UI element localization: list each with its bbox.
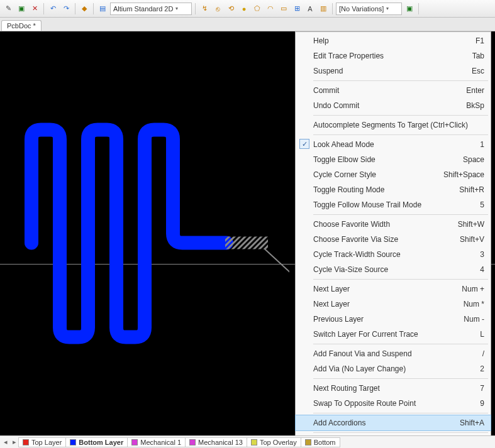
layers-icon[interactable]: ▤ <box>97 3 108 14</box>
route-icon[interactable]: ↯ <box>199 3 210 14</box>
menu-item-commit[interactable]: CommitEnter <box>296 83 491 98</box>
menu-item-next-layer-1[interactable]: Next LayerNum + <box>296 281 491 297</box>
menu-separator <box>313 378 488 379</box>
menu-item-label: Cycle Track-Width Source <box>313 250 472 259</box>
layer-tab-bottom-layer[interactable]: Bottom Layer <box>65 437 128 447</box>
undo-icon[interactable]: ↶ <box>47 3 58 14</box>
menu-item-label: Previous Layer <box>313 315 456 324</box>
menu-item-cycle-via[interactable]: Cycle Via-Size Source4 <box>296 262 491 277</box>
tool-icon[interactable]: ✕ <box>29 3 40 14</box>
chip-icon[interactable]: ▣ <box>404 3 415 14</box>
layer-tab-label: Bottom Layer <box>79 439 123 446</box>
menu-separator <box>313 432 488 433</box>
route-icon[interactable]: ⎋ <box>212 3 223 14</box>
nav-next-icon[interactable]: ▸ <box>10 438 19 446</box>
menu-item-autocomplete[interactable]: Autocomplete Segments To Target (Ctrl+Cl… <box>296 117 491 133</box>
menu-item-shortcut: Enter <box>459 86 484 95</box>
redo-icon[interactable]: ↷ <box>60 3 72 14</box>
circle-icon[interactable]: ● <box>238 3 250 14</box>
route-icon[interactable]: ⟲ <box>225 3 236 14</box>
menu-item-shortcut: Shift+W <box>450 220 484 229</box>
menu-separator <box>313 214 488 215</box>
layer-color-swatch <box>251 439 257 445</box>
menu-item-label: Next Layer <box>313 285 454 293</box>
menu-item-add-via[interactable]: Add Via (No Layer Change)2 <box>296 361 491 376</box>
separator <box>43 3 44 14</box>
menu-item-shortcut: Num * <box>456 300 484 309</box>
menu-item-label: Add Fanout Via and Suspend <box>313 349 475 358</box>
layer-tab-mechanical-1[interactable]: Mechanical 1 <box>127 437 186 447</box>
pcb-trace <box>0 31 289 435</box>
menu-item-shortcut: L <box>472 330 484 339</box>
menu-item-swap-route[interactable]: Swap To Opposite Route Point9 <box>296 396 491 411</box>
tool-icon[interactable]: ◆ <box>79 3 90 14</box>
menu-item-shortcut: 5 <box>472 200 484 209</box>
menu-item-shortcut: 2 <box>472 364 484 373</box>
layer-color-swatch <box>305 439 311 445</box>
layer-color-swatch <box>70 439 76 445</box>
menu-item-shortcut: BkSp <box>459 101 484 110</box>
menu-item-look-ahead[interactable]: Look Ahead Mode1 <box>296 137 491 152</box>
document-tab-label: PcbDoc * <box>7 22 36 30</box>
layer-tab-top-layer[interactable]: Top Layer <box>18 437 66 447</box>
arc-icon[interactable]: ◠ <box>265 3 276 14</box>
pcb-canvas[interactable]: HelpF1Edit Trace PropertiesTabSuspendEsc… <box>0 31 495 435</box>
layer-tab-top-overlay[interactable]: Top Overlay <box>247 437 301 447</box>
menu-item-add-accordions[interactable]: Add AccordionsShift+A <box>296 415 491 430</box>
polygon-icon[interactable]: ⬠ <box>252 3 263 14</box>
view-mode-label: Altium Standard 2D <box>113 5 173 13</box>
tool-icon[interactable]: ▣ <box>16 3 27 14</box>
menu-item-toggle-follow[interactable]: Toggle Follow Mouse Trail Mode5 <box>296 197 491 212</box>
menu-item-switch-layer[interactable]: Switch Layer For Current TraceL <box>296 327 491 342</box>
menu-item-shortcut: F1 <box>468 36 484 45</box>
menu-item-cycle-corner[interactable]: Cycle Corner StyleShift+Space <box>296 167 491 182</box>
menu-separator <box>313 344 488 344</box>
text-icon[interactable]: A <box>304 3 316 14</box>
menu-item-fav-width[interactable]: Choose Favorite WidthShift+W <box>296 217 491 232</box>
menu-item-add-fanout[interactable]: Add Fanout Via and Suspend/ <box>296 346 491 361</box>
menu-item-shortcut: Space <box>455 155 484 164</box>
menu-separator <box>313 134 488 135</box>
view-mode-dropdown[interactable]: Altium Standard 2D ▾ <box>110 3 192 15</box>
tool-icon[interactable]: ✎ <box>3 3 14 14</box>
menu-item-shortcut: 3 <box>472 250 484 259</box>
menu-item-toggle-elbow[interactable]: Toggle Elbow SideSpace <box>296 152 491 167</box>
separator <box>418 3 419 14</box>
grid-icon[interactable]: ⊞ <box>291 3 303 14</box>
layer-tabbar: ◂ ▸ Top LayerBottom LayerMechanical 1Mec… <box>0 435 495 448</box>
rect-icon[interactable]: ▭ <box>278 3 289 14</box>
menu-item-label: Choose Favorite Via Size <box>313 235 452 244</box>
menu-item-help[interactable]: HelpF1 <box>296 33 491 48</box>
menu-item-next-target[interactable]: Next Routing Target7 <box>296 381 491 396</box>
menu-item-label: Autocomplete Segments To Target (Ctrl+Cl… <box>313 121 477 129</box>
menu-item-fav-via[interactable]: Choose Favorite Via SizeShift+V <box>296 232 491 247</box>
menu-item-label: Swap To Opposite Route Point <box>313 399 472 408</box>
menu-separator <box>313 115 488 116</box>
document-tab[interactable]: PcbDoc * <box>1 20 42 31</box>
menu-item-toggle-routing[interactable]: Toggle Routing ModeShift+R <box>296 182 491 197</box>
separator <box>75 3 75 14</box>
variations-dropdown[interactable]: [No Variations] ▾ <box>336 3 402 15</box>
menu-item-suspend[interactable]: SuspendEsc <box>296 63 491 79</box>
menu-item-label: Suspend <box>313 67 464 75</box>
menu-item-label: Switch Layer For Current Trace <box>313 330 472 339</box>
menu-item-shortcut: Num + <box>454 285 484 293</box>
menu-item-undo-commit[interactable]: Undo CommitBkSp <box>296 98 491 113</box>
menu-item-shortcut: 7 <box>472 384 484 393</box>
svg-rect-1 <box>225 237 268 249</box>
menu-separator <box>313 413 488 413</box>
nav-prev-icon[interactable]: ◂ <box>1 438 10 446</box>
menu-item-label: Cycle Corner Style <box>313 170 436 179</box>
menu-item-shortcut: Shift+R <box>452 185 484 194</box>
layer-tab-mechanical-13[interactable]: Mechanical 13 <box>185 437 247 447</box>
menu-item-prev-layer[interactable]: Previous LayerNum - <box>296 312 491 327</box>
layer-tab-label: Top Layer <box>31 439 62 446</box>
menu-item-next-layer-2[interactable]: Next LayerNum * <box>296 297 491 312</box>
menu-item-edit-trace[interactable]: Edit Trace PropertiesTab <box>296 48 491 63</box>
menu-separator <box>313 80 488 81</box>
separator <box>332 3 333 14</box>
ruler-icon[interactable]: ▥ <box>318 3 329 14</box>
menu-item-label: Commit <box>313 86 459 95</box>
layer-tab-bottom-more[interactable]: Bottom <box>301 437 340 447</box>
menu-item-cycle-width[interactable]: Cycle Track-Width Source3 <box>296 247 491 262</box>
